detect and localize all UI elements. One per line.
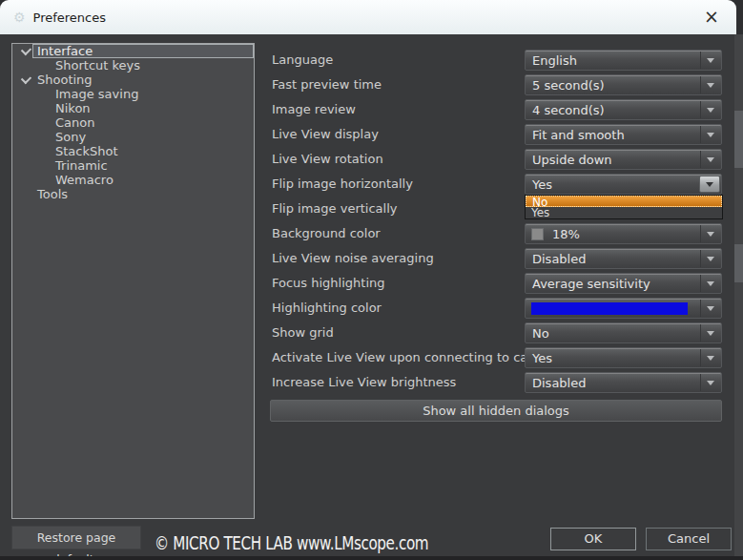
chevron-down-icon [700,101,720,118]
chevron-down-icon [700,52,720,69]
background-window-edge [734,34,743,556]
tree-item-canon[interactable]: Canon [12,115,254,130]
language-dropdown[interactable]: English [525,50,722,71]
setting-row-noise-averaging: Live View noise averaging Disabled [272,248,722,269]
color-swatch [531,228,544,240]
ok-button[interactable]: OK [550,528,636,550]
tree-item-image-saving[interactable]: Image saving [12,87,254,101]
activate-live-view-dropdown[interactable]: Yes [525,347,722,368]
background-window-edge [734,111,743,168]
chevron-down-icon [700,250,720,267]
setting-row-live-view-rotation: Live View rotation Upside down [272,149,722,170]
live-view-rotation-dropdown[interactable]: Upside down [525,149,722,170]
image-review-dropdown[interactable]: 4 second(s) [525,99,722,120]
setting-row-image-review: Image review 4 second(s) [272,99,722,120]
chevron-down-icon [700,349,720,366]
window-title: Preferences [33,10,106,25]
setting-row-highlighting-color: Highlighting color [272,298,722,319]
chevron-down-icon [700,374,720,391]
fast-preview-time-dropdown[interactable]: 5 second(s) [525,74,722,95]
focus-highlighting-dropdown[interactable]: Average sensitivity [525,273,722,294]
show-hidden-dialogs-button[interactable]: Show all hidden dialogs [270,400,722,422]
tree-item-stackshot[interactable]: StackShot [12,144,254,158]
show-grid-dropdown[interactable]: No [525,322,722,343]
tree-item-trinamic[interactable]: Trinamic [12,158,254,173]
setting-row-focus-highlighting: Focus highlighting Average sensitivity [272,273,722,294]
chevron-down-icon [700,275,720,292]
setting-row-background-color: Background color 18% [272,223,722,244]
tree-item-shortcut-keys[interactable]: Shortcut keys [12,58,254,73]
tree-item-sony[interactable]: Sony [12,130,254,144]
dropdown-popup: No Yes [525,195,723,219]
setting-row-live-view-brightness: Increase Live View brightness Disabled [272,372,722,393]
close-icon[interactable]: × [698,5,725,30]
dropdown-option-no[interactable]: No [526,196,722,207]
setting-row-fast-preview-time: Fast preview time 5 second(s) [272,74,722,95]
title-bar[interactable]: ⚙ Preferences × [0,0,736,34]
tree-item-shooting[interactable]: Shooting [12,73,254,87]
gear-icon: ⚙ [13,10,26,24]
cancel-button[interactable]: Cancel [646,528,732,550]
setting-row-show-grid: Show grid No [272,322,722,343]
color-bar [531,302,688,315]
noise-averaging-dropdown[interactable]: Disabled [525,248,722,269]
dropdown-option-yes[interactable]: Yes [526,207,722,218]
chevron-down-icon [700,300,720,317]
tree-item-tools[interactable]: Tools [12,187,254,201]
chevron-down-icon [700,76,720,93]
setting-row-language: Language English [272,50,722,71]
copyright-text: © MICRO TECH LAB www.LMscope.com [155,532,428,553]
chevron-down-icon [700,151,720,168]
restore-defaults-button[interactable]: Restore page defaults [11,526,141,550]
background-window-edge [0,556,743,560]
chevron-down-icon [700,324,720,342]
setting-row-activate-live-view: Activate Live View upon connecting to ca… [272,347,722,368]
tree-item-wemacro[interactable]: Wemacro [12,173,254,187]
tree-item-interface[interactable]: Interface [12,44,254,58]
live-view-brightness-dropdown[interactable]: Disabled [525,372,722,393]
preferences-tree: Interface Shortcut keys Shooting Image s… [11,43,255,519]
setting-row-flip-horizontal: Flip image horizontally Yes [272,174,722,195]
background-color-dropdown[interactable]: 18% [525,223,722,244]
chevron-down-icon [699,176,720,193]
setting-row-live-view-display: Live View display Fit and smooth [272,124,722,145]
flip-horizontal-dropdown[interactable]: Yes [525,174,722,195]
live-view-display-dropdown[interactable]: Fit and smooth [525,124,722,145]
background-window-edge [734,244,743,282]
chevron-down-icon [700,126,720,143]
preferences-dialog: ⚙ Preferences × Interface Shortcut keys … [0,0,736,556]
chevron-down-icon [700,225,720,242]
tree-item-nikon[interactable]: Nikon [12,101,254,115]
highlighting-color-dropdown[interactable] [525,298,722,319]
